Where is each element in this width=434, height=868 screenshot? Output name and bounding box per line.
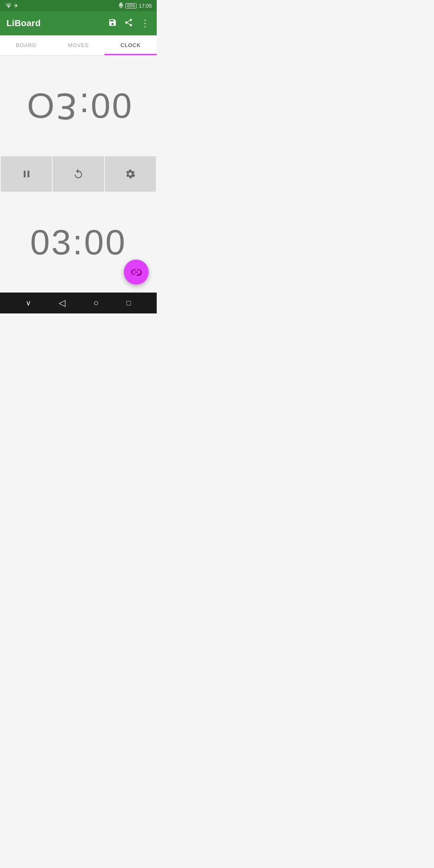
nav-bar: ∨ ◁ ○ □ — [0, 293, 157, 313]
nav-recent[interactable]: □ — [120, 296, 137, 311]
fab-link[interactable] — [124, 260, 149, 285]
status-left: ✈ — [5, 2, 18, 9]
app-title: LiBoard — [6, 18, 41, 29]
battery-level: 65 — [127, 4, 131, 8]
settings-button[interactable] — [105, 156, 156, 192]
airplane-icon: ✈ — [14, 2, 18, 9]
clock-top-area: 00:ƐO — [0, 55, 157, 156]
reset-button[interactable] — [53, 156, 104, 192]
save-button[interactable] — [108, 18, 117, 29]
svg-rect-2 — [121, 3, 121, 6]
battery-icon: 65 % — [125, 3, 137, 8]
wifi-icon — [5, 3, 11, 9]
tabs: BOARD MOVES CLOCK — [0, 35, 157, 55]
nav-back[interactable]: ◁ — [52, 295, 72, 311]
clock-time: 17:05 — [139, 3, 152, 9]
nav-dropdown[interactable]: ∨ — [19, 295, 37, 311]
clock-display-bottom: 03:00 — [30, 222, 127, 263]
svg-point-0 — [8, 7, 9, 7]
tab-moves[interactable]: MOVES — [52, 35, 104, 55]
share-button[interactable] — [124, 18, 133, 29]
app-bar: LiBoard ⋮ — [0, 11, 157, 35]
svg-rect-3 — [119, 4, 120, 6]
vibrate-icon — [119, 2, 123, 9]
main-content: 00:ƐO 03:00 — [0, 55, 157, 293]
tab-clock[interactable]: CLOCK — [104, 35, 157, 55]
nav-home[interactable]: ○ — [87, 295, 105, 311]
tab-board[interactable]: BOARD — [0, 35, 52, 55]
clock-display-top: 00:ƐO — [25, 85, 132, 127]
status-right: 65 % 17:05 — [119, 2, 152, 9]
more-button[interactable]: ⋮ — [140, 18, 150, 29]
svg-rect-4 — [123, 4, 123, 6]
status-bar: ✈ 65 % 17:05 — [0, 0, 157, 11]
app-bar-actions: ⋮ — [108, 18, 150, 29]
controls — [0, 156, 157, 192]
pause-button[interactable] — [1, 156, 52, 192]
